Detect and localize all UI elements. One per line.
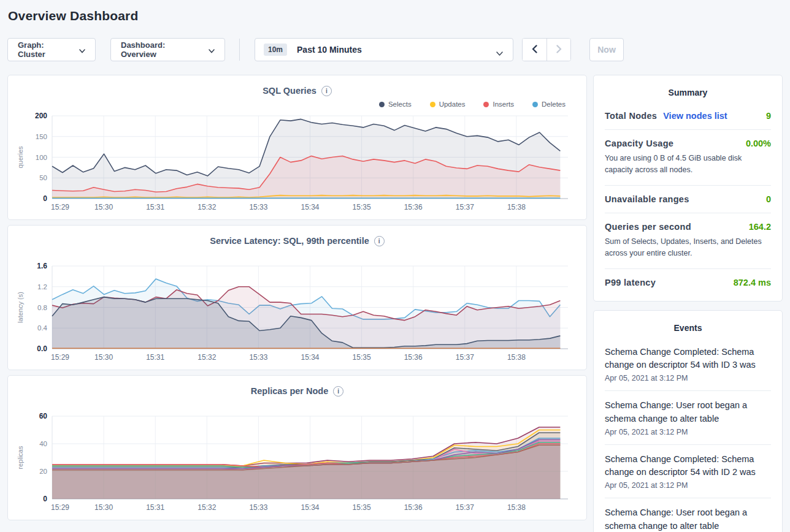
svg-text:20: 20: [39, 468, 47, 475]
replicas-per-node-panel: Replicas per Node i 15:2915:3015:3115:32…: [7, 375, 587, 520]
svg-text:15:37: 15:37: [456, 353, 474, 362]
svg-text:1.2: 1.2: [37, 283, 47, 291]
svg-text:15:32: 15:32: [198, 353, 216, 362]
now-button: Now: [589, 38, 624, 61]
event-title: Schema Change Completed: Schema change o…: [605, 453, 771, 480]
svg-text:15:33: 15:33: [249, 203, 267, 211]
legend-label: Deletes: [542, 101, 566, 108]
svg-text:15:34: 15:34: [301, 503, 319, 512]
svg-text:15:36: 15:36: [404, 353, 423, 362]
sql-queries-panel: SQL Queries i SelectsUpdatesInsertsDelet…: [7, 75, 587, 220]
svg-text:15:29: 15:29: [51, 503, 69, 512]
chevron-right-icon: [555, 45, 562, 55]
overview-dashboard-page: Overview Dashboard Graph: Cluster Dashbo…: [0, 0, 790, 532]
content: SQL Queries i SelectsUpdatesInsertsDelet…: [0, 75, 790, 532]
legend-dot-icon: [483, 102, 489, 107]
event-title: Schema Change: User root began a schema …: [605, 506, 771, 532]
svg-text:15:37: 15:37: [456, 203, 474, 211]
legend-item-selects[interactable]: Selects: [379, 101, 412, 108]
unavailable-ranges-label: Unavailable ranges: [605, 194, 689, 204]
info-icon[interactable]: i: [321, 86, 332, 96]
svg-text:40: 40: [39, 440, 47, 447]
service-latency-panel: Service Latency: SQL, 99th percentile i …: [7, 225, 587, 370]
legend-label: Updates: [439, 101, 466, 108]
svg-text:15:34: 15:34: [301, 353, 319, 362]
time-next-button: [546, 39, 570, 61]
svg-text:15:38: 15:38: [507, 503, 526, 512]
summary-panel: Summary Total Nodes View nodes list 9 Ca…: [593, 75, 783, 302]
svg-text:15:38: 15:38: [507, 203, 526, 211]
event-item: Schema Change: User root began a schema …: [605, 391, 771, 445]
svg-text:15:35: 15:35: [353, 353, 371, 362]
sql-queries-title: SQL Queries: [263, 86, 316, 96]
unavailable-ranges-value: 0: [766, 194, 771, 204]
event-item: Schema Change: User root began a schema …: [605, 498, 771, 532]
legend-item-updates[interactable]: Updates: [430, 101, 466, 108]
time-range-picker[interactable]: 10m Past 10 Minutes: [255, 38, 513, 61]
replicas-per-node-title: Replicas per Node: [251, 386, 329, 396]
service-latency-title: Service Latency: SQL, 99th percentile: [210, 236, 369, 246]
time-range-badge: 10m: [264, 44, 287, 56]
svg-text:15:31: 15:31: [146, 503, 164, 512]
time-prev-button[interactable]: [523, 39, 546, 61]
event-timestamp: Apr 05, 2021 at 3:12 PM: [605, 374, 771, 382]
toolbar: Graph: Cluster Dashboard: Overview 10m P…: [0, 38, 790, 61]
svg-text:0.8: 0.8: [37, 304, 47, 311]
view-nodes-list-link[interactable]: View nodes list: [663, 111, 727, 121]
svg-text:15:38: 15:38: [507, 353, 526, 362]
event-timestamp: Apr 05, 2021 at 3:12 PM: [605, 481, 771, 490]
queries-per-second-label: Queries per second: [605, 222, 691, 232]
svg-text:0.0: 0.0: [37, 344, 47, 353]
summary-row-p99-latency: P99 latency 872.4 ms: [605, 269, 771, 296]
svg-text:0.4: 0.4: [37, 324, 48, 332]
svg-text:100: 100: [36, 154, 47, 161]
summary-row-capacity-usage: Capacity Usage 0.00% You are using 0 B o…: [605, 130, 771, 186]
svg-text:15:30: 15:30: [94, 503, 113, 512]
legend-dot-icon: [532, 102, 538, 107]
service-latency-chart[interactable]: 15:2915:3015:3115:3215:3315:3415:3515:36…: [14, 261, 579, 365]
svg-text:15:36: 15:36: [404, 503, 423, 512]
svg-text:150: 150: [36, 133, 47, 140]
toolbar-divider: [239, 39, 240, 61]
svg-text:15:34: 15:34: [301, 203, 319, 211]
legend-dot-icon: [379, 102, 385, 107]
info-icon[interactable]: i: [333, 386, 343, 397]
queries-per-second-description: Sum of Selects, Updates, Inserts, and De…: [605, 236, 771, 260]
sidebar-column: Summary Total Nodes View nodes list 9 Ca…: [593, 75, 783, 532]
svg-text:15:37: 15:37: [456, 503, 474, 512]
event-item: Schema Change Completed: Schema change o…: [605, 445, 771, 499]
svg-text:15:35: 15:35: [353, 203, 371, 211]
page-title: Overview Dashboard: [0, 0, 790, 23]
chevron-down-icon: [496, 48, 503, 59]
event-timestamp: Apr 05, 2021 at 3:12 PM: [605, 428, 771, 436]
svg-text:200: 200: [35, 112, 47, 120]
legend-item-deletes[interactable]: Deletes: [532, 101, 566, 108]
events-panel: Events Schema Change Completed: Schema c…: [593, 310, 783, 532]
queries-per-second-value: 164.2: [749, 222, 771, 232]
svg-text:15:33: 15:33: [249, 503, 267, 512]
svg-text:15:29: 15:29: [51, 353, 69, 362]
chevron-left-icon: [531, 45, 539, 55]
svg-text:latency (s): latency (s): [17, 292, 24, 323]
svg-text:0: 0: [43, 495, 47, 503]
replicas-per-node-chart[interactable]: 15:2915:3015:3115:3215:3315:3415:3515:36…: [14, 411, 579, 515]
svg-text:15:33: 15:33: [249, 353, 267, 362]
charts-column: SQL Queries i SelectsUpdatesInsertsDelet…: [7, 75, 587, 525]
summary-row-queries-per-second: Queries per second 164.2 Sum of Selects,…: [605, 213, 771, 269]
events-heading: Events: [605, 313, 771, 338]
dashboard-dropdown[interactable]: Dashboard: Overview: [110, 38, 225, 61]
svg-text:replicas: replicas: [17, 446, 24, 469]
svg-text:15:32: 15:32: [198, 503, 216, 512]
graph-dropdown[interactable]: Graph: Cluster: [7, 38, 96, 61]
total-nodes-value: 9: [766, 111, 771, 121]
event-item: Schema Change Completed: Schema change o…: [605, 338, 771, 392]
legend-item-inserts[interactable]: Inserts: [483, 101, 514, 108]
total-nodes-label: Total Nodes: [605, 111, 657, 121]
summary-row-total-nodes: Total Nodes View nodes list 9: [605, 102, 771, 130]
info-icon[interactable]: i: [374, 236, 385, 246]
svg-text:queries: queries: [17, 146, 24, 169]
graph-dropdown-label: Graph: Cluster: [18, 40, 72, 59]
sql-queries-chart[interactable]: 15:2915:3015:3115:3215:3315:3415:3515:36…: [14, 111, 579, 215]
capacity-usage-label: Capacity Usage: [605, 139, 673, 148]
svg-text:50: 50: [39, 174, 47, 181]
